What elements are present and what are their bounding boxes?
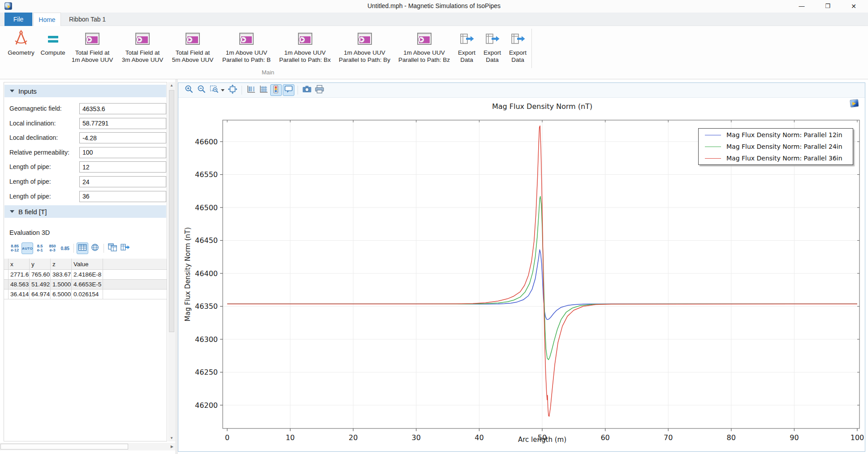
export-table-button[interactable]	[119, 242, 131, 254]
table-row[interactable]: 48.56351.4921.50004.6653E-5	[4, 280, 167, 290]
engineering-notation-button[interactable]: 850e-3	[47, 242, 58, 254]
table-cell[interactable]: 51.492	[30, 280, 51, 289]
table-cell[interactable]: 2771.6	[9, 270, 30, 279]
geomagnetic-field-input[interactable]	[79, 103, 166, 114]
local-inclination-input[interactable]	[79, 118, 166, 129]
total-field-1m-button[interactable]: Total Field at 1m Above UUV	[68, 28, 117, 65]
decimal-notation-button[interactable]: 0.85	[59, 242, 71, 254]
ribbon-button-label: Geometry	[8, 49, 34, 56]
x-tick-label: 60	[600, 433, 609, 442]
table-cell[interactable]: 2.4186E-8	[72, 270, 103, 279]
scientific-notation-button[interactable]: 8.5e-1	[34, 242, 46, 254]
relative-permeability-input[interactable]	[79, 147, 166, 158]
parallel-path-by-button[interactable]: 1m Above UUV Parallel to Path: By	[335, 28, 394, 65]
collapse-caret-icon	[10, 210, 14, 213]
maximize-button[interactable]: ❐	[817, 0, 838, 13]
horizontal-scroll-thumb[interactable]	[0, 444, 128, 450]
bfield-section-header[interactable]: B field [T]	[4, 205, 166, 218]
ribbon-tabstrip: File Home Ribbon Tab 1	[0, 13, 868, 26]
table-cell[interactable]: 36.414	[9, 290, 30, 299]
precision-label: 0.85	[60, 246, 70, 251]
plotwin-icon	[356, 29, 374, 49]
x-tick-label: 30	[412, 433, 421, 442]
compute-button[interactable]: Compute	[39, 28, 67, 57]
export-data-3-button[interactable]: Export Data	[505, 28, 530, 65]
parallel-path-bz-button[interactable]: 1m Above UUV Parallel to Path: Bz	[395, 28, 453, 65]
total-field-3m-button[interactable]: Total Field at 3m Above UUV	[118, 28, 167, 65]
x-tick-label: 20	[349, 433, 358, 442]
home-tab[interactable]: Home	[33, 13, 61, 26]
ribbon-group-label: Main	[4, 69, 531, 76]
legend-item: Mag Flux Density Norm: Parallel 36in	[699, 152, 853, 164]
table-cell[interactable]: 0.026154	[72, 290, 103, 299]
export-data-1-button[interactable]: Export Data	[454, 28, 479, 65]
axis-scale-button[interactable]	[245, 84, 257, 96]
inputs-section-header[interactable]: Inputs	[4, 85, 166, 97]
parallel-path-b-button[interactable]: 1m Above UUV Parallel to Path: B	[218, 28, 275, 65]
table-cell[interactable]: 765.60	[30, 270, 51, 279]
scroll-down-icon[interactable]: ▼	[170, 436, 173, 440]
scroll-right-icon[interactable]: ▶	[171, 445, 173, 449]
export-table-icon	[120, 243, 130, 254]
minimize-button[interactable]: —	[791, 0, 812, 13]
left-panel-vertical-scrollbar[interactable]: ▲ ▼	[168, 82, 175, 441]
print-button[interactable]	[314, 84, 325, 96]
toolbar-separator	[242, 86, 242, 95]
tooltip-button[interactable]	[283, 84, 294, 96]
grid-button[interactable]	[258, 84, 269, 96]
auto-notation-button[interactable]: AUTO	[22, 242, 33, 254]
input-label: Geomagnetic field:	[9, 105, 62, 112]
geometry-button[interactable]: Geometry	[4, 28, 38, 57]
dropdown-caret-icon[interactable]	[221, 89, 225, 91]
zoom-box-button[interactable]	[208, 84, 220, 96]
file-tab[interactable]: File	[4, 13, 32, 26]
vertical-scroll-thumb[interactable]	[169, 90, 174, 332]
table-header-Value[interactable]: Value	[72, 259, 103, 269]
table-header-x[interactable]: x	[9, 259, 30, 269]
x-tick-label: 0	[225, 433, 229, 442]
ribbon-button-label: Total Field at 3m Above UUV	[122, 49, 163, 64]
export-data-2-button[interactable]: Export Data	[480, 28, 505, 65]
ribbon-button-label: Export Data	[458, 49, 475, 64]
precision-label: 8.5e-1	[36, 244, 44, 252]
table-row[interactable]: 36.41464.9746.50000.026154	[4, 290, 167, 299]
plot-table-button[interactable]	[89, 242, 101, 254]
full-precision-button[interactable]: 8.85e-12	[9, 242, 21, 254]
zoom-out-button[interactable]	[196, 84, 207, 96]
pipe-length-36-input[interactable]	[79, 191, 166, 202]
input-label: Length of pipe:	[9, 163, 51, 170]
table-row[interactable]: 2771.6765.60383.672.4186E-8	[4, 270, 167, 280]
plotwin-icon	[238, 29, 255, 49]
table-view-button[interactable]	[77, 242, 88, 254]
pipe-length-24-input[interactable]	[79, 176, 166, 187]
toolbar-separator	[104, 244, 104, 253]
close-button[interactable]: ✕	[843, 0, 864, 13]
copy-table-button[interactable]	[107, 242, 118, 254]
y-tick-label: 46400	[195, 269, 218, 278]
x-tick-label: 80	[727, 433, 736, 442]
table-cell[interactable]: 1.5000	[51, 280, 72, 289]
table-cell[interactable]: 383.67	[51, 270, 72, 279]
input-row: Geomagnetic field:	[4, 103, 167, 115]
table-cell[interactable]: 4.6653E-5	[72, 280, 103, 289]
table-cell[interactable]: 48.563	[9, 280, 30, 289]
left-panel-horizontal-scrollbar[interactable]: ▶	[0, 443, 175, 450]
table-cell[interactable]: 64.974	[30, 290, 51, 299]
table-header-y[interactable]: y	[30, 259, 51, 269]
zoom-extents-button[interactable]	[227, 84, 238, 96]
scroll-up-icon[interactable]: ▲	[170, 83, 173, 87]
table-header-z[interactable]: z	[51, 259, 72, 269]
auto-label: AUTO	[22, 246, 33, 251]
evaluation-title: Evaluation 3D	[9, 229, 50, 236]
y-tick-label: 46550	[195, 170, 218, 179]
ribbon-tab-1[interactable]: Ribbon Tab 1	[63, 13, 112, 26]
pipe-length-12-input[interactable]	[79, 161, 166, 173]
local-declination-input[interactable]	[79, 132, 166, 143]
table-cell[interactable]: 6.5000	[51, 290, 72, 299]
ribbon-button-label: Export Data	[484, 49, 501, 64]
zoom-in-button[interactable]	[183, 84, 195, 96]
total-field-5m-button[interactable]: Total Field at 5m Above UUV	[168, 28, 217, 65]
parallel-path-bx-button[interactable]: 1m Above UUV Parallel to Path: Bx	[276, 28, 334, 65]
image-snapshot-button[interactable]	[301, 84, 313, 96]
color-legend-button[interactable]	[270, 84, 282, 96]
